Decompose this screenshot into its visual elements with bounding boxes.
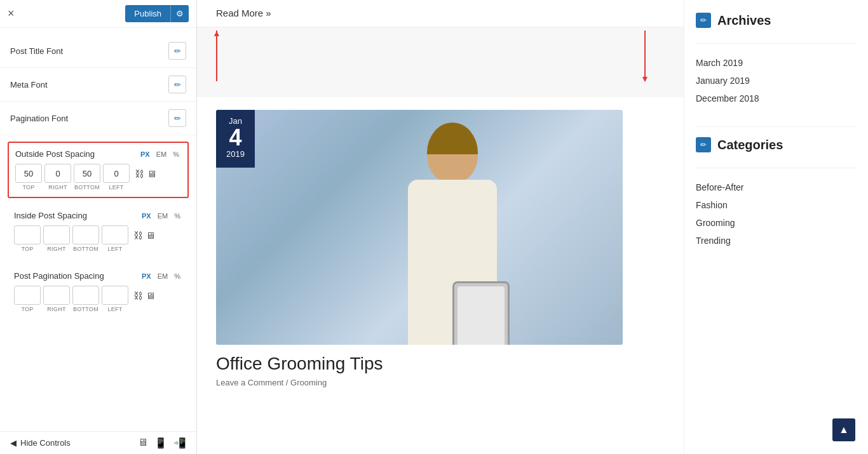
- date-day: 4: [226, 126, 245, 149]
- chevron-left-icon: ◀: [10, 438, 17, 448]
- outside-bottom-input[interactable]: [74, 164, 100, 183]
- pagination-left-input[interactable]: [102, 286, 128, 305]
- category-trending[interactable]: Trending: [696, 232, 857, 250]
- inside-spacing-inputs: TOP RIGHT BOTTOM LEFT ⛓ 🖥: [14, 225, 182, 252]
- outside-right-input[interactable]: [44, 164, 71, 183]
- archives-widget: ✏ Archives March 2019 January 2019 Decem…: [696, 13, 857, 107]
- pagination-top-field: TOP: [14, 286, 41, 312]
- outside-top-field: TOP: [15, 164, 42, 190]
- pagination-unit-percent[interactable]: %: [172, 272, 182, 281]
- inside-bottom-field: BOTTOM: [72, 225, 99, 252]
- outside-left-input[interactable]: [103, 164, 130, 183]
- tablet-icon[interactable]: 📱: [154, 437, 167, 449]
- inside-unit-percent[interactable]: %: [172, 211, 182, 220]
- close-button[interactable]: ×: [8, 7, 15, 20]
- pagination-bottom-input[interactable]: [72, 286, 99, 305]
- categories-title-row: ✏ Categories: [696, 137, 857, 157]
- pagination-font-label: Pagination Font: [10, 114, 68, 123]
- inside-unit-em[interactable]: EM: [156, 211, 170, 220]
- unit-percent[interactable]: %: [171, 150, 181, 159]
- publish-group: Publish ⚙: [125, 5, 189, 22]
- pagination-spacing-title: Post Pagination Spacing: [14, 271, 104, 281]
- outside-device-icon[interactable]: 🖥: [147, 168, 156, 179]
- post-title-font-row: Post Title Font ✏: [0, 34, 196, 68]
- desktop-icon[interactable]: 🖥: [138, 437, 148, 449]
- pagination-unit-px[interactable]: PX: [140, 272, 153, 281]
- inside-spacing-title: Inside Post Spacing: [14, 211, 87, 220]
- arrow-down-indicator: [644, 30, 646, 81]
- inside-bottom-input[interactable]: [72, 225, 99, 244]
- inside-left-label: LEFT: [107, 246, 122, 252]
- read-more-bar: Read More »: [197, 0, 684, 27]
- archives-divider: [696, 43, 857, 44]
- inside-right-input[interactable]: [43, 225, 70, 244]
- pagination-bottom-field: BOTTOM: [72, 286, 99, 312]
- outside-left-field: LEFT: [103, 164, 130, 190]
- hide-controls-button[interactable]: ◀ Hide Controls: [10, 438, 71, 448]
- post-category-link[interactable]: Grooming: [290, 378, 327, 387]
- pagination-right-field: RIGHT: [43, 286, 70, 312]
- inside-link-icon[interactable]: ⛓: [133, 230, 143, 241]
- inside-top-label: TOP: [21, 246, 33, 252]
- meta-separator: /: [286, 378, 290, 387]
- date-year: 2019: [226, 149, 245, 159]
- outside-spacing-title: Outside Post Spacing: [15, 149, 95, 159]
- blog-post-section: Jan 4 2019: [197, 97, 684, 413]
- inside-device-icon[interactable]: 🖥: [146, 230, 155, 241]
- right-sidebar: ✏ Archives March 2019 January 2019 Decem…: [684, 0, 868, 454]
- post-title-font-edit[interactable]: ✏: [168, 42, 186, 60]
- pagination-top-label: TOP: [21, 306, 33, 312]
- person-hair: [427, 123, 478, 154]
- meta-font-edit[interactable]: ✏: [168, 76, 186, 93]
- pagination-font-edit[interactable]: ✏: [168, 109, 186, 127]
- archive-item-january[interactable]: January 2019: [696, 72, 857, 90]
- outside-bottom-label: BOTTOM: [74, 184, 100, 190]
- inside-bottom-label: BOTTOM: [73, 246, 98, 252]
- inside-post-spacing-section: Inside Post Spacing PX EM % TOP RIGHT: [8, 204, 189, 258]
- archive-item-march[interactable]: March 2019: [696, 54, 857, 72]
- category-before-after[interactable]: Before-After: [696, 178, 857, 196]
- inside-right-field: RIGHT: [43, 225, 70, 252]
- outside-post-spacing-section: Outside Post Spacing PX EM % TOP RIGHT: [8, 142, 189, 198]
- pagination-unit-em[interactable]: EM: [156, 272, 170, 281]
- person-body: [408, 180, 497, 345]
- tablet-prop: [452, 281, 510, 345]
- category-fashion[interactable]: Fashion: [696, 196, 857, 214]
- inside-unit-px[interactable]: PX: [140, 211, 153, 220]
- unit-em[interactable]: EM: [154, 150, 169, 159]
- outside-link-icon[interactable]: ⛓: [135, 168, 144, 179]
- person-figure: [370, 110, 535, 345]
- pagination-left-label: LEFT: [107, 306, 122, 312]
- outside-bottom-field: BOTTOM: [74, 164, 100, 190]
- unit-px[interactable]: PX: [139, 150, 152, 159]
- pagination-font-row: Pagination Font ✏: [0, 102, 196, 135]
- archives-icon-box: ✏: [696, 13, 711, 28]
- mobile-icon[interactable]: 📲: [173, 437, 186, 449]
- archives-title-row: ✏ Archives: [696, 13, 857, 33]
- inside-left-input[interactable]: [102, 225, 128, 244]
- meta-font-label: Meta Font: [10, 80, 48, 90]
- read-more-link[interactable]: Read More »: [216, 8, 271, 18]
- hide-controls-label: Hide Controls: [20, 438, 71, 448]
- pagination-spacing-inputs: TOP RIGHT BOTTOM LEFT ⛓ 🖥: [14, 286, 182, 312]
- archives-edit-icon: ✏: [700, 16, 707, 25]
- archive-item-december[interactable]: December 2018: [696, 90, 857, 107]
- publish-settings-button[interactable]: ⚙: [170, 5, 189, 22]
- publish-button[interactable]: Publish: [125, 5, 170, 22]
- inside-top-field: TOP: [14, 225, 41, 252]
- pagination-top-input[interactable]: [14, 286, 41, 305]
- outside-spacing-inputs: TOP RIGHT BOTTOM LEFT ⛓ 🖥: [15, 164, 181, 190]
- pagination-device-icon[interactable]: 🖥: [146, 290, 155, 301]
- leave-comment-link[interactable]: Leave a Comment: [216, 378, 283, 387]
- outside-top-input[interactable]: [15, 164, 42, 183]
- panel-content: Post Title Font ✏ Meta Font ✏ Pagination…: [0, 28, 196, 431]
- post-date-badge: Jan 4 2019: [216, 110, 255, 168]
- main-content: Read More » Jan 4 2019: [197, 0, 684, 454]
- category-grooming[interactable]: Grooming: [696, 214, 857, 232]
- archives-title: Archives: [717, 13, 771, 28]
- pagination-right-input[interactable]: [43, 286, 70, 305]
- scroll-to-top-button[interactable]: ▲: [832, 418, 855, 441]
- pagination-link-icon[interactable]: ⛓: [133, 290, 143, 301]
- pagination-spacing-section: Post Pagination Spacing PX EM % TOP RIGH…: [8, 265, 189, 319]
- inside-top-input[interactable]: [14, 225, 41, 244]
